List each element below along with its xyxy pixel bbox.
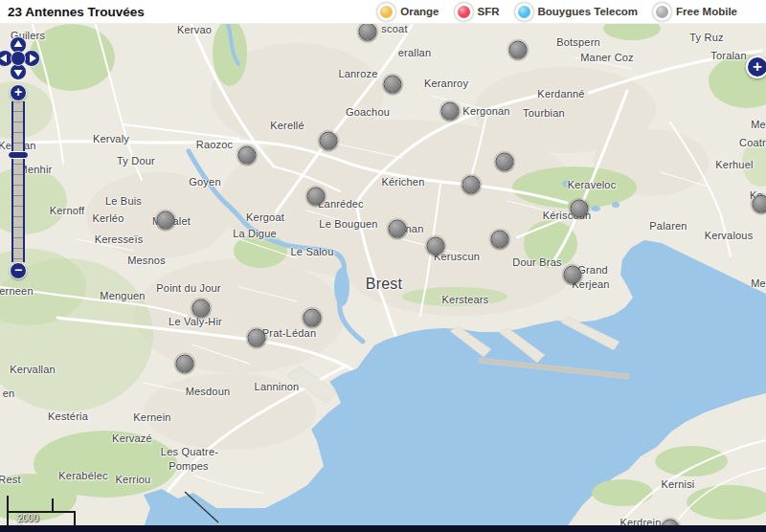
antenna-marker[interactable] <box>441 102 460 121</box>
antenna-marker[interactable] <box>509 41 528 59</box>
antenna-marker[interactable] <box>389 220 407 238</box>
antenna-marker[interactable] <box>192 299 211 318</box>
free-dot-icon <box>653 3 671 21</box>
sfr-dot-icon <box>455 3 473 21</box>
legend-label: Orange <box>400 6 439 17</box>
antenna-marker[interactable] <box>320 132 338 150</box>
header-bar: 23 Antennes Trouvées OrangeSFRBouygues T… <box>0 0 766 24</box>
bouygues-dot-icon <box>515 3 533 21</box>
antenna-marker[interactable] <box>564 266 582 284</box>
antenna-marker[interactable] <box>304 309 322 327</box>
zoom-slider-handle[interactable] <box>8 151 29 159</box>
bottom-bar <box>0 525 766 532</box>
pan-control[interactable] <box>0 36 40 80</box>
antenna-marker[interactable] <box>462 176 481 194</box>
zoom-out-button[interactable]: − <box>10 262 27 279</box>
antenna-marker[interactable] <box>176 355 194 373</box>
antenna-marker[interactable] <box>571 200 589 218</box>
legend-label: SFR <box>478 6 500 17</box>
legend-item-orange: Orange <box>377 3 439 21</box>
antenna-marker[interactable] <box>496 153 514 171</box>
antenna-marker[interactable] <box>157 211 175 230</box>
legend-label: Bouygues Telecom <box>538 6 639 17</box>
antenna-marker[interactable] <box>248 329 266 347</box>
antenna-marker[interactable] <box>384 76 402 94</box>
antenna-marker[interactable] <box>238 146 257 165</box>
map-markers-layer <box>0 0 766 532</box>
zoom-in-button[interactable]: + <box>10 84 27 101</box>
legend-item-bouygues-telecom: Bouygues Telecom <box>515 3 639 21</box>
legend-item-free-mobile: Free Mobile <box>653 3 737 21</box>
legend: OrangeSFRBouygues TelecomFree Mobile <box>362 3 737 21</box>
zoom-slider-track[interactable] <box>11 101 25 262</box>
antenna-marker[interactable] <box>307 188 326 206</box>
antenna-marker[interactable] <box>359 23 377 41</box>
antenna-marker[interactable] <box>427 237 445 255</box>
antenna-marker[interactable] <box>753 195 766 213</box>
legend-label: Free Mobile <box>676 6 737 17</box>
page-title: 23 Antennes Trouvées <box>8 5 145 19</box>
antenna-marker[interactable] <box>491 231 509 249</box>
antenna-map-app: GuilersKervaoscoaterallanBotspernManer C… <box>0 0 766 532</box>
expand-button[interactable]: + <box>746 55 766 78</box>
orange-dot-icon <box>377 3 395 21</box>
legend-item-sfr: SFR <box>455 3 500 21</box>
